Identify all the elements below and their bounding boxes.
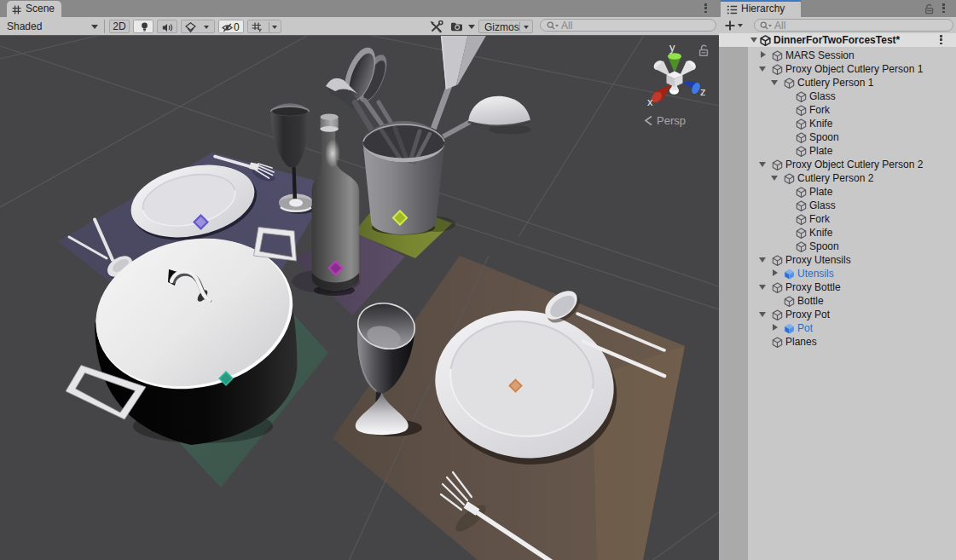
svg-text:y: y — [669, 41, 675, 54]
svg-text:z: z — [700, 85, 706, 98]
svg-text:x: x — [647, 95, 653, 108]
svg-text:Persp: Persp — [657, 114, 686, 127]
